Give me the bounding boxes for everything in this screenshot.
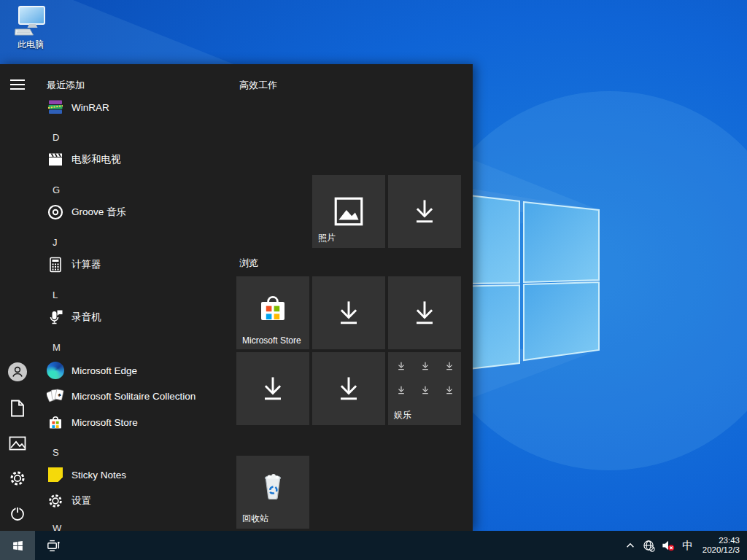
download-arrow-icon [388, 276, 461, 349]
app-item-movies-tv[interactable]: 电影和电视 [35, 148, 232, 171]
tile-downloading-3[interactable] [388, 276, 461, 349]
settings-gear-icon [47, 492, 64, 510]
edge-icon [47, 362, 64, 379]
hamburger-icon [9, 79, 26, 90]
task-view-button[interactable] [36, 531, 69, 560]
volume-button[interactable] [659, 531, 678, 560]
mini-download-icon [444, 385, 454, 395]
tile-recycle-bin[interactable]: 回收站 [236, 456, 309, 529]
start-menu: 最近添加 WinRAR D [0, 64, 473, 531]
tile-downloading-5[interactable] [312, 352, 385, 425]
alpha-section-g[interactable]: G [53, 178, 198, 201]
app-item-solitaire[interactable]: ♠ Microsoft Solitaire Collection [35, 384, 232, 408]
chevron-up-icon [625, 540, 635, 551]
desktop-icon-this-pc[interactable]: 此电脑 [7, 4, 54, 51]
app-item-microsoft-store[interactable]: Microsoft Store [35, 411, 232, 434]
expand-menu-button[interactable] [9, 76, 26, 93]
winrar-icon [47, 98, 64, 116]
tile-microsoft-store[interactable]: Microsoft Store [236, 276, 309, 349]
app-item-groove-music[interactable]: Groove 音乐 [35, 201, 232, 224]
taskbar: 中 23:43 2020/12/3 [0, 531, 747, 560]
mini-download-icon [444, 361, 454, 371]
alpha-section-l[interactable]: L [53, 283, 198, 306]
documents-button[interactable] [9, 400, 26, 417]
download-arrow-icon [236, 352, 309, 425]
alpha-section-w[interactable]: W [53, 516, 198, 531]
mini-download-icon [420, 361, 430, 371]
calculator-icon [47, 256, 64, 273]
task-view-icon [45, 538, 61, 553]
app-item-microsoft-edge[interactable]: Microsoft Edge [35, 359, 232, 382]
app-item-settings[interactable]: 设置 [35, 489, 232, 513]
mini-download-icon [420, 385, 430, 395]
user-avatar-icon [7, 362, 28, 382]
tile-folder-entertainment[interactable]: 娱乐 [388, 352, 461, 425]
tile-downloading-4[interactable] [236, 352, 309, 425]
gear-icon [9, 470, 26, 487]
taskbar-clock[interactable]: 23:43 2020/12/3 [698, 536, 747, 556]
app-item-winrar[interactable]: WinRAR [35, 96, 232, 119]
start-menu-rail [0, 64, 35, 531]
app-item-voice-recorder[interactable]: 录音机 [35, 306, 232, 329]
power-button[interactable] [9, 505, 26, 522]
screen: 此电脑 [0, 0, 747, 560]
network-status-button[interactable] [640, 531, 659, 560]
clock-time: 23:43 [703, 536, 740, 546]
mini-download-icon [396, 385, 406, 395]
start-button[interactable] [0, 531, 35, 560]
alpha-section-j[interactable]: J [53, 230, 198, 254]
solitaire-icon: ♠ [47, 387, 64, 405]
pictures-button[interactable] [9, 435, 26, 452]
app-list: 最近添加 WinRAR D [35, 64, 236, 531]
download-arrow-icon [312, 352, 385, 425]
alpha-section-d[interactable]: D [53, 125, 198, 149]
recently-added-header: 最近添加 [47, 79, 85, 92]
tile-photos[interactable]: 照片 [312, 175, 385, 248]
store-icon [47, 413, 64, 431]
network-globe-disconnected-icon [643, 540, 655, 552]
pictures-icon [9, 436, 26, 451]
user-account-button[interactable] [7, 362, 28, 382]
groove-music-icon [47, 203, 64, 221]
voice-recorder-icon [47, 308, 64, 326]
windows-logo-icon [12, 540, 24, 552]
clock-date: 2020/12/3 [703, 545, 740, 556]
alpha-section-m[interactable]: M [53, 335, 198, 359]
settings-rail-button[interactable] [9, 470, 26, 487]
tray-chevron-button[interactable] [621, 531, 640, 560]
movies-tv-icon [47, 151, 64, 168]
this-pc-icon [12, 4, 49, 38]
desktop-icon-label: 此电脑 [7, 39, 54, 51]
download-arrow-icon [388, 175, 461, 248]
power-icon [9, 505, 26, 522]
download-arrow-icon [312, 276, 385, 349]
tile-downloading-2[interactable] [312, 276, 385, 349]
tile-area: 高效工作 照片 浏览 [236, 64, 473, 531]
tile-group-title-browse: 浏览 [239, 257, 258, 270]
system-tray: 中 23:43 2020/12/3 [621, 531, 747, 560]
tile-downloading-1[interactable] [388, 175, 461, 248]
tile-group-title-productivity: 高效工作 [239, 79, 277, 92]
app-item-calculator[interactable]: 计算器 [35, 253, 232, 276]
mini-download-icon [396, 361, 406, 371]
app-item-sticky-notes[interactable]: Sticky Notes [35, 463, 232, 486]
alpha-section-s[interactable]: S [53, 440, 198, 464]
document-icon [9, 400, 26, 417]
speaker-muted-icon [661, 539, 675, 552]
ime-indicator[interactable]: 中 [678, 539, 698, 553]
sticky-notes-icon [47, 466, 64, 483]
